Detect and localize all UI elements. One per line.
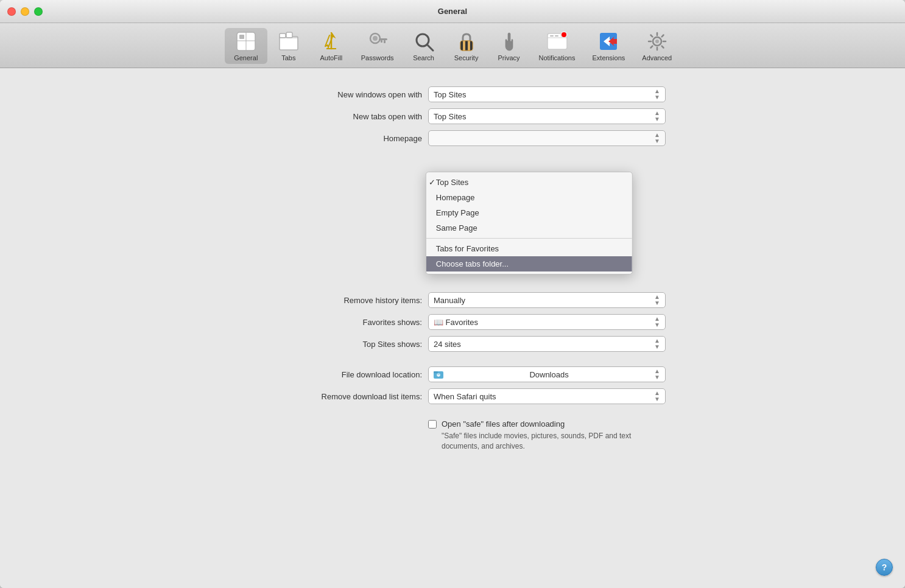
advanced-icon [646, 30, 668, 52]
file-download-select[interactable]: Downloads ▲▼ [428, 366, 666, 382]
svg-line-34 [650, 46, 652, 48]
close-button[interactable] [7, 7, 16, 16]
svg-point-26 [655, 40, 659, 43]
file-download-icon [434, 369, 443, 380]
new-windows-row: New windows open with Top Sites ▲▼ [239, 86, 666, 102]
dropdown-item-tabs-favorites[interactable]: Tabs for Favorites [426, 241, 632, 256]
toolbar-item-advanced[interactable]: Advanced [633, 28, 680, 64]
minimize-button[interactable] [21, 7, 29, 16]
privacy-icon [498, 30, 520, 52]
new-tabs-select[interactable]: Top Sites ▲▼ [428, 108, 666, 124]
svg-rect-6 [286, 32, 292, 38]
security-label: Security [454, 54, 479, 61]
dropdown-overlay: ✓ Top Sites Homepage Empty Page Same Pag… [426, 172, 633, 275]
favorites-shows-select[interactable]: 📖 Favorites ▲▼ [428, 314, 666, 330]
help-button[interactable]: ? [876, 559, 893, 576]
extensions-label: Extensions [592, 54, 625, 61]
remove-history-label: Remove history items: [343, 296, 422, 305]
privacy-label: Privacy [498, 54, 520, 61]
new-tabs-stepper: ▲▼ [654, 110, 660, 122]
toolbar-item-general[interactable]: General [225, 28, 267, 64]
favorites-shows-value: 📖 Favorites [434, 318, 478, 327]
svg-rect-5 [280, 33, 286, 38]
new-tabs-label: New tabs open with [353, 112, 422, 121]
dropdown-item-choose-folder[interactable]: Choose tabs folder... [426, 256, 632, 271]
svg-point-10 [373, 36, 378, 41]
toolbar-item-security[interactable]: Security [445, 28, 488, 64]
svg-rect-1 [239, 35, 244, 39]
favorites-shows-row: Favorites shows: 📖 Favorites ▲▼ [239, 314, 666, 330]
file-download-row: File download location: Downloads ▲▼ [239, 366, 666, 382]
top-sites-shows-row: Top Sites shows: 24 sites ▲▼ [239, 336, 666, 352]
remove-download-stepper: ▲▼ [654, 390, 660, 402]
dropdown-menu: ✓ Top Sites Homepage Empty Page Same Pag… [426, 172, 633, 275]
toolbar: General Tabs Au [0, 23, 905, 68]
toolbar-item-passwords[interactable]: Passwords [353, 28, 403, 64]
file-download-label: File download location: [342, 370, 422, 379]
passwords-label: Passwords [361, 54, 394, 61]
svg-line-15 [427, 44, 433, 51]
maximize-button[interactable] [34, 7, 43, 16]
toolbar-item-extensions[interactable]: Extensions [583, 28, 633, 64]
new-windows-stepper: ▲▼ [654, 88, 660, 100]
new-tabs-row: New tabs open with Top Sites ▲▼ [239, 108, 666, 124]
svg-rect-23 [555, 35, 558, 37]
remove-history-row: Remove history items: Manually ▲▼ [239, 292, 666, 308]
dropdown-label-homepage: Homepage [436, 193, 475, 202]
remove-history-value: Manually [434, 296, 465, 305]
top-sites-shows-value: 24 sites [434, 340, 461, 349]
safe-files-checkbox[interactable] [428, 420, 437, 429]
dropdown-section-1: ✓ Top Sites Homepage Empty Page Same Pag… [426, 172, 632, 238]
dropdown-section-2: Tabs for Favorites Choose tabs folder... [426, 238, 632, 274]
new-windows-value: Top Sites [434, 90, 466, 99]
new-windows-label: New windows open with [337, 90, 422, 99]
search-label: Search [413, 54, 434, 61]
svg-rect-11 [379, 38, 387, 40]
remove-download-select[interactable]: When Safari quits ▲▼ [428, 388, 666, 404]
new-tabs-value: Top Sites [434, 112, 466, 121]
notifications-icon [546, 30, 568, 52]
general-label: General [234, 54, 258, 61]
checkmark-icon: ✓ [429, 178, 435, 187]
extensions-icon [597, 30, 619, 52]
svg-rect-4 [280, 37, 298, 50]
file-download-value: Downloads [529, 370, 568, 379]
svg-rect-17 [460, 41, 473, 51]
title-bar: General [0, 0, 905, 23]
toolbar-item-search[interactable]: Search [403, 28, 445, 64]
dropdown-label-empty-page: Empty Page [436, 208, 479, 217]
svg-rect-36 [434, 371, 438, 373]
tabs-label: Tabs [281, 54, 295, 61]
window: General General [0, 0, 905, 588]
remove-history-select[interactable]: Manually ▲▼ [428, 292, 666, 308]
autofill-label: AutoFill [320, 54, 342, 61]
top-sites-shows-select[interactable]: 24 sites ▲▼ [428, 336, 666, 352]
search-icon [413, 30, 435, 52]
toolbar-item-privacy[interactable]: Privacy [488, 28, 530, 64]
safe-files-label: Open "safe" files after downloading [442, 419, 666, 430]
toolbar-item-notifications[interactable]: Notifications [530, 28, 584, 64]
safe-files-row: Open "safe" files after downloading "Saf… [239, 419, 666, 452]
dropdown-label-top-sites: Top Sites [436, 178, 468, 187]
dropdown-item-top-sites[interactable]: ✓ Top Sites [426, 175, 632, 190]
toolbar-item-tabs[interactable]: Tabs [267, 28, 310, 64]
notifications-label: Notifications [539, 54, 576, 61]
toolbar-item-autofill[interactable]: AutoFill [310, 28, 353, 64]
homepage-stepper: ▲▼ [654, 132, 660, 144]
dropdown-label-same-page: Same Page [436, 223, 477, 233]
content-area: New windows open with Top Sites ▲▼ New t… [0, 68, 905, 588]
dropdown-item-homepage[interactable]: Homepage [426, 190, 632, 205]
general-icon [235, 30, 257, 52]
dropdown-label-choose-folder: Choose tabs folder... [436, 259, 509, 268]
window-title: General [438, 7, 467, 16]
new-windows-select[interactable]: Top Sites ▲▼ [428, 86, 666, 102]
homepage-row: Homepage ▲▼ [239, 130, 666, 146]
dropdown-item-empty-page[interactable]: Empty Page [426, 205, 632, 220]
safe-files-text: Open "safe" files after downloading "Saf… [442, 419, 666, 452]
safe-files-desc: "Safe" files include movies, pictures, s… [442, 431, 666, 452]
top-sites-shows-stepper: ▲▼ [654, 338, 660, 350]
dropdown-item-same-page[interactable]: Same Page [426, 220, 632, 236]
tabs-icon [278, 30, 300, 52]
homepage-input[interactable]: ▲▼ [428, 130, 666, 146]
svg-rect-12 [384, 40, 386, 43]
